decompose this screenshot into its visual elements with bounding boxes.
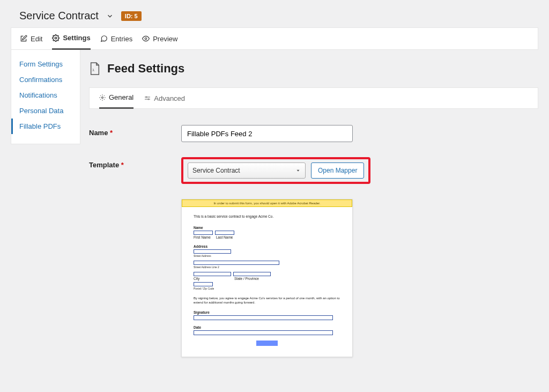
- chat-icon: [100, 35, 108, 42]
- sidebar-item-form-settings[interactable]: Form Settings: [11, 56, 80, 72]
- svg-point-4: [146, 97, 147, 98]
- subtab-advanced[interactable]: Advanced: [144, 87, 185, 109]
- tab-label: Entries: [111, 35, 132, 43]
- svg-marker-6: [297, 170, 300, 172]
- tab-settings[interactable]: Settings: [52, 27, 90, 50]
- pdf-icon: λ: [89, 62, 101, 76]
- template-selected: Service Contract: [192, 167, 240, 174]
- sliders-icon: [144, 95, 151, 101]
- pdf-state: State / Province: [234, 277, 259, 280]
- feed-name-input[interactable]: [181, 125, 353, 142]
- pdf-first-name: First Name: [194, 235, 214, 239]
- pdf-date-label: Date: [194, 326, 340, 329]
- tab-preview[interactable]: Preview: [142, 27, 177, 50]
- pdf-postal: Postal / Zip Code: [194, 287, 340, 290]
- svg-point-5: [148, 99, 149, 100]
- template-highlight: Service Contract Open Mapper: [181, 157, 370, 184]
- subtab-label: General: [109, 93, 133, 101]
- subtab-general[interactable]: General: [99, 87, 133, 109]
- gear-icon: [99, 94, 106, 101]
- pdf-banner: In order to submit this form, you should…: [182, 199, 352, 207]
- svg-point-3: [102, 97, 103, 98]
- pdf-street: Street Address: [194, 254, 340, 257]
- eye-icon: [142, 35, 150, 42]
- top-tabs: Edit Settings Entries Preview: [11, 27, 538, 50]
- pdf-address-label: Address: [194, 245, 340, 248]
- pdf-last-name: Last Name: [216, 235, 233, 239]
- template-select[interactable]: Service Contract: [188, 162, 306, 179]
- page-title: Service Contract: [19, 10, 99, 22]
- settings-sidebar: Form Settings Confirmations Notification…: [11, 50, 80, 144]
- svg-text:λ: λ: [92, 68, 94, 72]
- tab-edit[interactable]: Edit: [20, 27, 42, 50]
- pdf-preview: In order to submit this form, you should…: [181, 199, 353, 357]
- sidebar-item-fillable-pdfs[interactable]: Fillable PDFs: [11, 119, 80, 134]
- subtab-label: Advanced: [154, 94, 185, 102]
- sidebar-item-personal-data[interactable]: Personal Data: [11, 103, 80, 119]
- gear-icon: [52, 34, 60, 42]
- pdf-consent: By signing below, you agree to engage Ac…: [194, 297, 340, 305]
- open-mapper-button[interactable]: Open Mapper: [311, 162, 364, 179]
- svg-point-1: [145, 38, 147, 40]
- caret-down-icon: [295, 168, 301, 173]
- id-badge: ID: 5: [121, 11, 142, 21]
- pdf-name-label: Name: [194, 226, 340, 230]
- sub-tabs: General Advanced: [89, 87, 538, 109]
- pdf-city: City: [194, 277, 232, 280]
- template-label: Template *: [89, 157, 181, 169]
- tab-label: Settings: [63, 34, 90, 42]
- pdf-signature-label: Signature: [194, 310, 340, 314]
- pdf-intro: This is a basic service contract to enga…: [194, 215, 340, 218]
- tab-entries[interactable]: Entries: [100, 27, 132, 50]
- edit-icon: [20, 35, 27, 42]
- feed-settings-title: Feed Settings: [107, 62, 184, 76]
- tab-label: Edit: [31, 35, 42, 43]
- sidebar-item-notifications[interactable]: Notifications: [11, 87, 80, 103]
- tab-label: Preview: [153, 35, 177, 43]
- svg-point-0: [55, 37, 57, 39]
- chevron-down-icon[interactable]: [106, 12, 114, 20]
- sidebar-item-confirmations[interactable]: Confirmations: [11, 72, 80, 87]
- pdf-submit-button: [256, 341, 278, 346]
- name-label: Name *: [89, 125, 181, 137]
- pdf-street2: Street Address Line 2: [194, 265, 340, 269]
